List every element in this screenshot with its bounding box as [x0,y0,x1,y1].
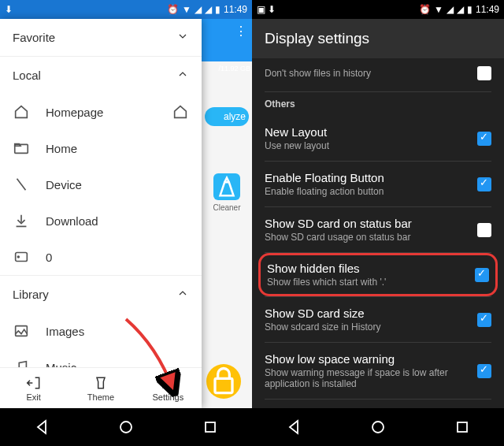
chevron-up-icon [176,287,189,302]
recent-button[interactable] [201,418,220,437]
setting-subtitle: Use new layout [265,140,468,151]
setting-text: Show low space warningShow warning messa… [265,352,468,389]
svg-point-8 [120,422,132,433]
bottom-actions: Exit Theme Settings [0,367,202,408]
setting-title: Show SD card size [265,307,468,320]
checkbox[interactable] [477,364,491,378]
checkbox[interactable] [475,268,489,282]
status-bar: ⬇ ⏰ ▼ ◢ ◢ ▮ 11:49 [0,0,252,19]
folder-icon [13,139,30,157]
back-button[interactable] [284,418,303,437]
setting-title: Show hidden files [267,262,465,275]
item-label: 0 [46,251,52,264]
checkbox[interactable] [477,132,491,146]
theme-icon [93,375,109,391]
alarm-icon: ⏰ [419,4,431,15]
setting-row[interactable]: Show low space warningShow warning messa… [265,343,491,399]
cleaner-icon[interactable] [213,173,240,200]
exit-icon [26,375,42,391]
item-label: Homepage [46,106,103,119]
device-icon [13,176,30,193]
signal-icon: ◢ [205,4,212,15]
sdcard-icon [13,248,30,266]
svg-point-10 [372,422,384,433]
label: Exit [26,392,40,402]
chevron-down-icon [176,30,189,45]
image-icon [13,322,30,340]
checkbox[interactable] [477,177,491,191]
svg-point-7 [166,381,170,385]
setting-title: New Layout [265,125,468,139]
settings-list[interactable]: Don't show files in history Others New L… [252,58,504,446]
item-label: Images [46,325,84,338]
home-icon [172,103,189,121]
setting-text: Show SD card on status barShow SD card u… [265,217,468,243]
theme-button[interactable]: Theme [67,368,134,408]
setting-subtitle: Show warning message if space is low aft… [265,367,468,389]
checkbox[interactable] [477,66,491,80]
svg-rect-0 [215,378,232,392]
drawer-item-home[interactable]: Home [0,130,202,166]
fab-button[interactable] [206,364,241,399]
item-label: Device [46,178,82,191]
battery-icon: ▮ [467,4,472,15]
section-library[interactable]: Library [0,276,202,313]
clock: 11:49 [476,4,499,15]
analyze-button[interactable]: alyze [205,107,249,126]
drawer-item-download[interactable]: Download [0,203,202,239]
back-button[interactable] [32,418,51,437]
phone-right: ▣ ⬇ ⏰ ▼ ◢ ◢ ▮ 11:49 Display settings Don… [252,0,504,446]
setting-row[interactable]: Enable Floating ButtonEnable floating ac… [265,162,491,206]
checkbox[interactable] [477,223,491,237]
home-button[interactable] [369,418,387,437]
settings-icon [160,375,176,391]
drawer-item-images[interactable]: Images [0,313,202,349]
section-local[interactable]: Local [0,57,202,94]
settings-button[interactable]: Settings [135,368,202,408]
setting-text: New LayoutUse new layout [265,125,468,151]
section-others: Others [265,92,491,116]
setting-subtitle: Enable floating action button [265,186,468,197]
exit-button[interactable]: Exit [0,368,67,408]
setting-text: Enable Floating ButtonEnable floating ac… [265,171,468,197]
setting-row[interactable]: Show SD card sizeShow sdcard size in His… [265,297,491,342]
clock: 11:49 [224,4,247,15]
section-label: Library [13,288,49,301]
setting-title: Enable Floating Button [265,171,468,184]
navigation-drawer: Favorite Local Homepage Home Device Down… [0,19,202,408]
download-icon [13,212,30,229]
home-button[interactable] [117,418,135,437]
checkbox[interactable] [477,313,491,327]
storage-text: /11.92 GB [202,61,252,76]
item-label: Home [46,142,77,155]
setting-title: Show low space warning [265,352,468,366]
notification-icons: ▣ ⬇ [257,4,276,15]
battery-icon: ▮ [215,4,220,15]
section-label: Local [13,69,41,82]
setting-row[interactable]: Show hidden filesShow files which start … [258,253,498,296]
page-title: Display settings [252,19,504,58]
download-indicator-icon: ⬇ [5,4,13,15]
signal-icon: ◢ [195,4,202,15]
home-outline-icon [13,103,30,121]
setting-subtitle: Show SD card usage on status bar [265,232,468,243]
section-favorite[interactable]: Favorite [0,19,202,56]
setting-row[interactable]: Show SD card on status barShow SD card u… [265,207,491,252]
item-label: Download [46,214,98,228]
drawer-item-device[interactable]: Device [0,166,202,203]
cleaner-label: Cleaner [202,203,252,212]
section-label: Favorite [13,31,55,44]
drawer-item-homepage[interactable]: Homepage [0,94,202,130]
menu-icon[interactable]: ⋮ [202,19,252,43]
android-navbar [252,408,504,446]
recent-button[interactable] [453,418,472,437]
signal-icon: ◢ [447,4,454,15]
setting-subtitle: Show sdcard size in History [265,321,468,333]
setting-row[interactable]: New LayoutUse new layout [265,116,491,161]
history-note-row[interactable]: Don't show files in history [265,58,491,91]
drawer-item-sdcard[interactable]: 0 [0,239,202,275]
wifi-icon: ▼ [182,4,191,15]
setting-subtitle: Show files which start with '.' [267,277,465,288]
android-navbar [0,408,252,446]
setting-text: Show hidden filesShow files which start … [267,262,465,288]
